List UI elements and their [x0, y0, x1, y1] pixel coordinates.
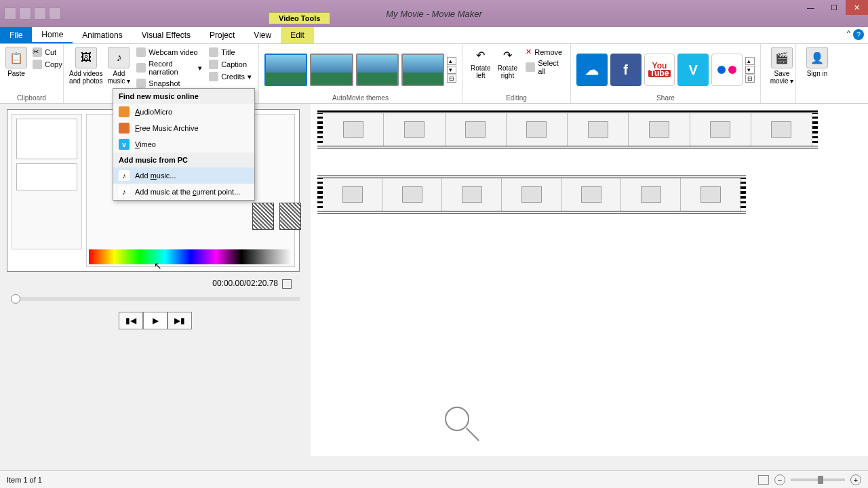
tab-project[interactable]: Project — [200, 27, 244, 43]
title-button[interactable]: Title — [208, 47, 253, 58]
play-button[interactable]: ▶ — [143, 312, 167, 329]
copy-button[interactable]: Copy — [31, 59, 64, 70]
dd-add-music-current[interactable]: ♪Add music at the current point... — [113, 184, 254, 200]
webcam-video-button[interactable]: Webcam video — [135, 47, 203, 58]
share-flickr-button[interactable] — [711, 54, 743, 86]
credits-button[interactable]: Credits ▾ — [208, 71, 253, 82]
tab-animations[interactable]: Animations — [73, 27, 132, 43]
clip-thumb — [465, 121, 486, 138]
minimize-button[interactable]: — — [799, 0, 823, 15]
save-movie-button[interactable]: 🎬 Save movie ▾ — [766, 47, 797, 85]
help-icon[interactable]: ? — [853, 29, 864, 40]
maximize-button[interactable]: ☐ — [823, 0, 846, 15]
dd-free-music-archive[interactable]: Free Music Archive — [113, 120, 254, 136]
flickr-dots-icon — [717, 66, 736, 74]
expand-preview-icon[interactable] — [282, 279, 292, 289]
add-videos-photos-button[interactable]: 🖼 Add videos and photos — [69, 47, 103, 85]
ribbon-collapse-icon[interactable]: ^ — [847, 29, 850, 40]
seek-thumb[interactable] — [11, 294, 20, 304]
qat-undo-icon[interactable] — [19, 7, 31, 20]
note-icon: ♪ — [119, 170, 130, 181]
timeline-clip[interactable] — [568, 113, 629, 146]
tab-visual-effects[interactable]: Visual Effects — [132, 27, 200, 43]
share-scroll[interactable]: ▴▾⊟ — [745, 57, 755, 83]
zoom-in-button[interactable]: + — [850, 474, 861, 485]
prev-frame-button[interactable]: ▮◀ — [119, 312, 143, 329]
rotate-left-button[interactable]: ↶ Rotate left — [468, 47, 494, 79]
timeline-clip[interactable] — [561, 178, 621, 211]
timeline-clip[interactable] — [382, 178, 442, 211]
share-onedrive-button[interactable]: ☁ — [576, 54, 608, 86]
timeline-clip[interactable] — [446, 113, 507, 146]
share-facebook-button[interactable]: f — [610, 54, 642, 86]
clip-thumb — [343, 121, 363, 138]
timeline-clip[interactable] — [384, 113, 445, 146]
cut-button[interactable]: ✂Cut — [31, 47, 64, 58]
timeline-clip[interactable] — [323, 113, 384, 146]
zoom-out-button[interactable]: − — [774, 474, 785, 485]
copy-label: Copy — [45, 60, 62, 68]
zoom-slider[interactable] — [791, 479, 845, 481]
tab-edit[interactable]: Edit — [281, 27, 314, 43]
shape-2 — [279, 203, 301, 230]
snapshot-button[interactable]: Snapshot — [135, 78, 203, 89]
close-button[interactable]: ✕ — [846, 0, 868, 15]
theme-2[interactable] — [310, 54, 353, 86]
share-label: Share — [576, 93, 755, 102]
dd-audiomicro[interactable]: AudioMicro — [113, 104, 254, 120]
theme-3[interactable] — [356, 54, 399, 86]
themes-scroll[interactable]: ▴▾⊟ — [447, 57, 456, 83]
timeline-clip[interactable] — [442, 178, 502, 211]
tab-view[interactable]: View — [244, 27, 281, 43]
timeline-row-1[interactable] — [317, 110, 818, 148]
timeline-clip[interactable] — [690, 113, 751, 146]
dd-add-music[interactable]: ♪Add music... — [113, 167, 254, 184]
zoom-slider-thumb[interactable] — [818, 476, 823, 484]
automovie-label: AutoMovie themes — [264, 93, 456, 102]
save-movie-label: Save movie ▾ — [766, 70, 797, 85]
signin-label: Sign in — [807, 70, 828, 77]
timeline-row-2[interactable] — [317, 176, 746, 214]
qat-save-icon[interactable] — [4, 7, 16, 20]
yt-bottom: Tube — [648, 70, 671, 77]
tab-file[interactable]: File — [0, 27, 32, 43]
clip-thumb — [771, 121, 791, 138]
status-right: − + — [758, 474, 861, 485]
fma-label: ree Music Archive — [140, 124, 199, 132]
remove-button[interactable]: ✕ Remove — [524, 47, 565, 57]
qat-redo-icon[interactable] — [34, 7, 46, 20]
timeline-clip[interactable] — [629, 113, 690, 146]
clip-thumb — [588, 121, 608, 138]
paste-button[interactable]: 📋 Paste — [5, 47, 27, 77]
dd-vimeo[interactable]: vVimeo — [113, 136, 254, 152]
share-youtube-button[interactable]: YouTube — [644, 54, 675, 86]
remove-icon: ✕ — [526, 47, 532, 56]
remove-label: Remove — [534, 48, 562, 56]
group-save: 🎬 Save movie ▾ — [761, 44, 796, 103]
share-vimeo-button[interactable]: V — [677, 54, 709, 86]
theme-1[interactable] — [264, 54, 307, 86]
tab-home[interactable]: Home — [32, 27, 73, 43]
timeline-clip[interactable] — [681, 178, 741, 211]
signin-icon: 👤 — [806, 47, 828, 68]
timeline-clip[interactable] — [502, 178, 561, 211]
timeline-clip[interactable] — [751, 113, 812, 146]
caption-label: Caption — [221, 60, 247, 68]
note-icon-2: ♪ — [119, 186, 130, 197]
qat-more-icon[interactable] — [49, 7, 61, 20]
next-frame-button[interactable]: ▶▮ — [167, 312, 192, 329]
rotate-right-button[interactable]: ↷ Rotate right — [495, 47, 521, 79]
timeline-clip[interactable] — [323, 178, 382, 211]
timeline-clip[interactable] — [507, 113, 568, 146]
seek-bar[interactable] — [11, 297, 300, 301]
select-all-button[interactable]: Select all — [524, 58, 565, 76]
record-narration-button[interactable]: Record narration ▾ — [135, 59, 203, 77]
add-music-button[interactable]: ♪ Add music ▾ — [107, 47, 131, 85]
view-mode-icon[interactable] — [758, 475, 769, 485]
sign-in-button[interactable]: 👤 Sign in — [802, 47, 833, 77]
caption-button[interactable]: Caption — [208, 59, 253, 70]
playback-controls: ▮◀ ▶ ▶▮ — [7, 312, 304, 329]
timeline-clip[interactable] — [621, 178, 681, 211]
audiomicro-icon — [119, 106, 130, 117]
theme-4[interactable] — [401, 54, 444, 86]
